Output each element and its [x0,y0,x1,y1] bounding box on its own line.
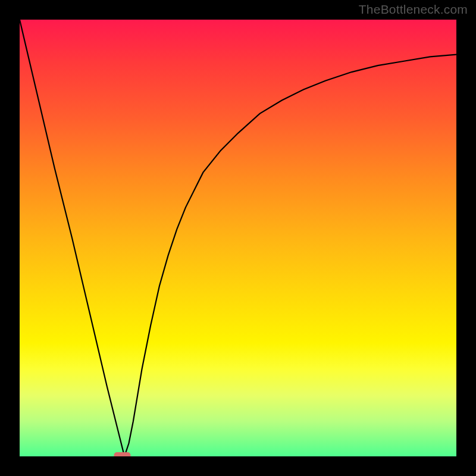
chart-frame: TheBottleneck.com [0,0,476,476]
optimal-point-marker [114,452,130,456]
chart-svg [20,20,456,456]
watermark-text: TheBottleneck.com [359,2,468,17]
plot-area [20,20,456,456]
bottleneck-curve [20,20,456,456]
